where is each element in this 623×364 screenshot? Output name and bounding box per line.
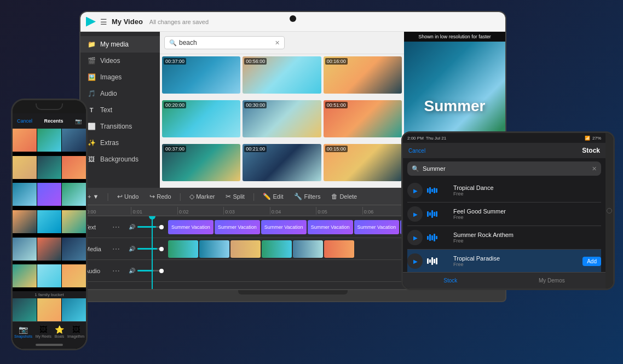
sidebar-item-images[interactable]: 🖼️ Images [80,69,160,85]
tablet-bottom-mydevice[interactable]: My Demos [539,278,565,284]
media-clip-1[interactable] [168,240,198,258]
sidebar-item-my-media[interactable]: 📁 My media [80,36,160,53]
tablet-status-right: 📶 27% [585,136,601,141]
sidebar-item-backgrounds[interactable]: 🖼 Backgrounds [80,151,160,167]
phone-nav-snapshots[interactable]: 📷 Snapshots [14,325,32,338]
tablet-play-btn-4[interactable]: ▶ [407,253,423,269]
text-track-menu[interactable]: ⋯ [112,223,120,232]
phone-photo-1[interactable] [13,129,37,152]
sidebar-label-videos: Videos [100,57,120,65]
media-clip-6[interactable] [324,240,354,258]
video-thumb-1[interactable]: 00:37:00 [162,56,240,94]
phone-photo-10[interactable] [13,210,37,233]
playhead[interactable] [152,216,153,289]
split-button[interactable]: ✂ Split [223,191,247,202]
video-thumb-4[interactable]: 00:20:00 [162,100,240,137]
tablet-song-2[interactable]: ▶ Feel Good Summer Free [407,203,601,226]
phone-photo-14[interactable] [37,238,61,261]
text-clip-4[interactable]: Summer Vacation [308,220,353,234]
phone-photo-6[interactable] [62,156,86,179]
phone-photo-17[interactable] [37,264,61,287]
tablet-song-4[interactable]: ▶ Tropical Paradise Free Add [407,250,601,272]
text-volume-handle [159,225,164,229]
phone-photo-9[interactable] [62,183,86,206]
video-thumb-2[interactable]: 00:56:00 [243,56,321,94]
text-clip-3[interactable]: Summer Vacation [261,220,307,234]
phone-strip-3[interactable] [62,298,86,321]
tablet-song-3[interactable]: ▶ Summer Rock Anthem Free [407,226,601,250]
tablet-play-btn-2[interactable]: ▶ [407,206,423,222]
phone-photo-12[interactable] [62,210,86,233]
tablet-home-button[interactable] [605,133,613,288]
sidebar-item-extras[interactable]: ✨ Extras [80,135,160,151]
phone-photo-16[interactable] [13,264,37,287]
tablet-add-button[interactable]: Add [582,257,601,266]
phone-photo-4[interactable] [13,156,37,179]
media-clip-2[interactable] [199,240,229,258]
media-clip-4[interactable] [262,240,292,258]
media-clip-3[interactable] [230,240,261,258]
phone-recents-label: Recents [44,118,64,124]
phone-photo-13[interactable] [13,238,37,261]
edit-button[interactable]: ✏️ Edit [260,191,286,202]
waveform-bar [427,188,429,193]
tablet-search-bar[interactable]: 🔍 Summer ✕ [407,161,601,176]
phone-photo-18[interactable] [62,264,86,287]
audio-track-menu[interactable]: ⋯ [112,267,120,275]
tablet-play-btn-1[interactable]: ▶ [407,183,423,198]
video-thumb-6[interactable]: 00:51:00 [324,100,402,137]
text-clip-1[interactable]: Summer Vacation [168,220,214,234]
sidebar-item-audio[interactable]: 🎵 Audio [80,85,160,102]
phone-photo-2[interactable] [37,129,61,152]
media-clip-5[interactable] [293,240,323,258]
search-clear-button[interactable]: ✕ [275,39,280,47]
phone-photo-11[interactable] [37,210,61,233]
phone-photo-8[interactable] [37,183,61,206]
undo-icon: ↩ [117,193,123,200]
phone-photo-7[interactable] [13,183,37,206]
filters-button[interactable]: 🔧 Filters [291,191,323,202]
sidebar-label-extras: Extras [100,139,119,147]
search-input-wrap[interactable]: 🔍 beach ✕ [164,36,285,49]
sidebar-label-my-media: My media [100,41,129,48]
tablet-search-clear[interactable]: ✕ [592,165,597,172]
phone-photo-5[interactable] [37,156,61,179]
marker-button[interactable]: ◇ Marker [187,191,217,202]
sidebar-item-text[interactable]: T Text [80,102,160,118]
search-bar: 🔍 beach ✕ [160,32,404,54]
tablet-song-info-4: Tropical Paradise Free [453,255,578,267]
text-clip-5[interactable]: Summer Vacation [354,220,400,234]
text-clip-2[interactable]: Summer Vacation [215,220,260,234]
media-track-menu[interactable]: ⋯ [112,245,120,253]
phone-nav-boals[interactable]: ⭐ Boals [55,325,65,338]
tablet-cancel-button[interactable]: Cancel [408,148,425,154]
tablet-song-1[interactable]: ▶ Tropical Dance Free [407,179,601,203]
phone-photo-3[interactable] [62,129,86,152]
video-thumb-9[interactable]: 00:15:00 [324,144,402,181]
duration-1: 00:37:00 [164,58,186,65]
sidebar-label-text: Text [100,106,112,114]
phone-strip-1[interactable] [13,298,37,321]
phone-cancel-button[interactable]: Cancel [17,118,32,124]
tablet-bottom-stock[interactable]: Stock [443,278,457,284]
phone-nav-reels[interactable]: 🖼 My Reels [36,325,51,338]
video-thumb-3[interactable]: 00:16:00 [324,56,402,94]
video-thumb-5[interactable]: 00:30:00 [243,100,321,137]
phone-strip-2[interactable] [37,298,61,321]
sidebar-item-videos[interactable]: 🎬 Videos [80,53,160,69]
video-thumb-7[interactable]: 00:37:00 [162,144,240,181]
phone-photo-15[interactable] [62,238,86,261]
sidebar-item-transitions[interactable]: ⬜ Transitions [80,118,160,135]
text-volume-slider[interactable] [137,226,164,228]
media-volume-slider[interactable] [137,248,164,250]
audio-volume-slider[interactable] [137,270,164,271]
tablet-wifi-icon: 📶 [585,136,590,141]
delete-button[interactable]: 🗑 Delete [328,191,360,202]
phone-nav-imagethm[interactable]: 🖼 Imagethm [67,325,84,338]
phone-camera-icon[interactable]: 📷 [75,118,82,124]
redo-button[interactable]: ↪ Redo [147,191,174,202]
tablet-play-btn-3[interactable]: ▶ [407,230,423,245]
undo-button[interactable]: ↩ Undo [114,191,141,202]
video-thumb-8[interactable]: 00:21:00 [243,144,321,181]
menu-icon[interactable]: ☰ [100,18,107,26]
